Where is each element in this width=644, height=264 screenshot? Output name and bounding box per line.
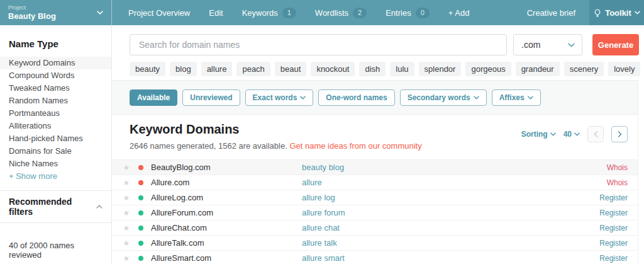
action-link[interactable]: Whois: [607, 163, 628, 172]
table-row[interactable]: ★ AllureForum.com allure forum Register: [112, 205, 638, 221]
keyword-chip[interactable]: allure: [201, 62, 233, 76]
filter-button-label: Unreviewed: [190, 93, 232, 102]
status-dot: [138, 165, 143, 170]
header-right: Creative brief Toolkit: [527, 0, 644, 25]
sidebar-item-label: Niche Names: [9, 159, 58, 168]
nav-item[interactable]: Entries 0: [386, 8, 430, 18]
domain-name: AllureForum.com: [151, 208, 302, 217]
keyword-chip[interactable]: grandeur: [516, 62, 560, 76]
keyword-chip[interactable]: knockout: [311, 62, 355, 76]
creative-brief-link[interactable]: Creative brief: [527, 8, 589, 18]
chevron-down-icon: [474, 96, 479, 100]
sidebar-item[interactable]: Random Names: [0, 95, 111, 107]
sidebar-item[interactable]: Domains for Sale: [0, 145, 111, 158]
filter-button-label: Secondary words: [408, 93, 470, 102]
project-switcher[interactable]: Project Beauty Blog: [0, 0, 112, 25]
star-icon[interactable]: ★: [122, 254, 131, 263]
keyword-link[interactable]: allure log: [302, 193, 599, 202]
keyword-chip[interactable]: dish: [359, 62, 386, 76]
keyword-chip[interactable]: blog: [170, 62, 197, 76]
table-row[interactable]: ★ Allure.com allure Whois: [112, 175, 638, 190]
sidebar-item[interactable]: Tweaked Names: [0, 82, 111, 95]
show-more-link[interactable]: + Show more: [0, 170, 111, 183]
sidebar-item[interactable]: Hand-picked Names: [0, 132, 111, 145]
action-link[interactable]: Register: [599, 193, 628, 202]
keyword-chip[interactable]: splendor: [419, 62, 462, 76]
keyword-chip[interactable]: beauty: [130, 62, 165, 76]
filter-button[interactable]: Exact words: [245, 89, 314, 106]
domain-name: BeautyBlog.com: [151, 163, 302, 172]
filter-button[interactable]: One-word names: [318, 89, 394, 106]
nav-item[interactable]: + Add: [448, 8, 470, 18]
nav-item-badge: 1: [282, 8, 296, 18]
chevron-left-icon: [594, 131, 598, 137]
nav-item[interactable]: Keywords 1: [242, 8, 296, 18]
nav-item-label: Wordlists: [315, 8, 348, 18]
sidebar-item[interactable]: Compound Words: [0, 69, 111, 82]
status-dot: [138, 180, 143, 185]
sidebar-item-label: Domains for Sale: [9, 146, 72, 156]
action-link[interactable]: Register: [599, 254, 628, 263]
sidebar-item-label: Portmanteaus: [9, 108, 60, 118]
action-link[interactable]: Whois: [607, 178, 628, 187]
table-row[interactable]: ★ AllureChat.com allure chat Register: [112, 221, 638, 236]
community-link[interactable]: Get name ideas from our community: [289, 141, 421, 151]
sorting-dropdown[interactable]: Sorting: [521, 130, 556, 139]
keyword-chip[interactable]: beaut: [275, 62, 307, 76]
toolkit-menu[interactable]: Toolkit: [589, 0, 644, 25]
keyword-link[interactable]: allure talk: [302, 238, 599, 248]
table-row[interactable]: ★ AllureLog.com allure log Register: [112, 190, 638, 205]
sidebar-item[interactable]: Niche Names: [0, 158, 111, 170]
generate-button[interactable]: Generate: [592, 34, 639, 55]
prev-page-button[interactable]: [587, 126, 604, 142]
keyword-link[interactable]: allure chat: [302, 223, 599, 232]
nav-item[interactable]: Edit: [209, 8, 223, 18]
keyword-chip[interactable]: lulu: [390, 62, 414, 76]
keyword-chips-row: beauty blog allure peach beaut knockout …: [130, 62, 639, 76]
filter-button[interactable]: Unreviewed: [182, 89, 240, 106]
table-row[interactable]: ★ BeautyBlog.com beauty blog Whois: [112, 160, 638, 175]
results-summary-text: 2646 names generated, 1562 are available…: [130, 141, 287, 151]
sidebar-item[interactable]: Portmanteaus: [0, 107, 111, 120]
chevron-down-icon: [574, 132, 580, 136]
star-icon[interactable]: ★: [122, 239, 131, 248]
sidebar-item[interactable]: Keyword Domains: [0, 57, 111, 69]
keyword-link[interactable]: allure smart: [302, 253, 599, 263]
keyword-link[interactable]: allure: [302, 178, 607, 187]
tld-select[interactable]: .com: [513, 34, 582, 55]
next-page-button[interactable]: [611, 126, 628, 142]
search-input[interactable]: [130, 34, 507, 55]
chevron-down-icon: [550, 132, 556, 136]
nav-item[interactable]: Wordlists 2: [315, 8, 367, 18]
chevron-up-icon: [96, 205, 103, 209]
nav-item-badge: 2: [353, 8, 367, 18]
star-icon[interactable]: ★: [122, 209, 131, 217]
keyword-chip[interactable]: gorgeous: [465, 62, 511, 76]
table-row[interactable]: ★ AllureSmart.com allure smart Register: [112, 251, 638, 264]
table-row[interactable]: ★ AllureTalk.com allure talk Register: [112, 236, 638, 251]
keyword-chip[interactable]: lovely: [608, 62, 640, 76]
sidebar-item[interactable]: Alliterations: [0, 120, 111, 132]
star-icon[interactable]: ★: [122, 193, 131, 202]
keyword-link[interactable]: beauty blog: [302, 163, 607, 172]
results-section: Keyword Domains 2646 names generated, 15…: [112, 115, 638, 264]
keyword-link[interactable]: allure forum: [302, 208, 599, 217]
action-link[interactable]: Register: [599, 239, 628, 248]
filter-button[interactable]: Secondary words: [400, 89, 487, 106]
recommended-filters-toggle[interactable]: Recommended filters: [0, 191, 111, 222]
page-size-dropdown[interactable]: 40: [564, 130, 580, 139]
keyword-chip[interactable]: peach: [236, 62, 270, 76]
reviewed-counter: 40 of 2000 names reviewed: [0, 223, 111, 260]
action-link[interactable]: Register: [599, 224, 628, 232]
filter-button[interactable]: Affixes: [492, 89, 541, 106]
star-icon[interactable]: ★: [122, 224, 131, 232]
filter-button[interactable]: Available: [130, 89, 177, 106]
domain-name: Allure.com: [151, 178, 302, 187]
star-icon[interactable]: ★: [122, 178, 131, 187]
star-icon[interactable]: ★: [122, 163, 131, 172]
results-controls: Sorting 40: [521, 126, 628, 142]
nav-item[interactable]: Project Overview: [128, 8, 190, 18]
action-link[interactable]: Register: [599, 209, 628, 217]
project-switcher-text: Project Beauty Blog: [8, 4, 56, 21]
keyword-chip[interactable]: scenery: [564, 62, 604, 76]
